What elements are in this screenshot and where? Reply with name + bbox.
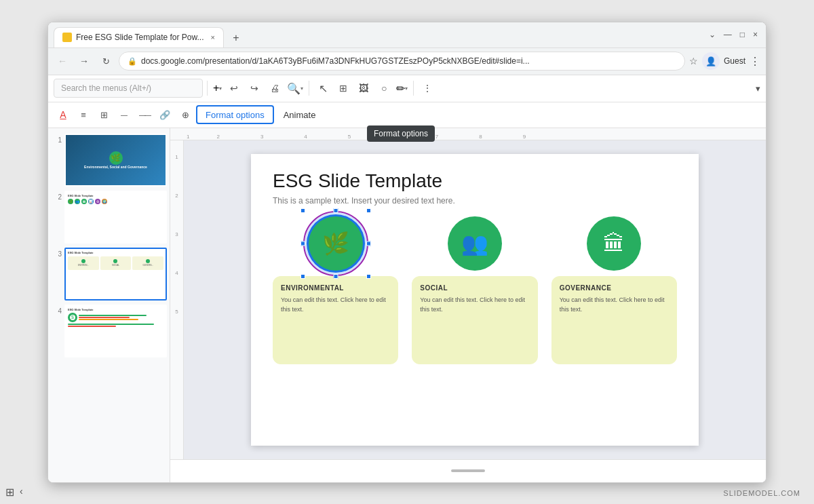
ruler-mark-v: 3 [175, 231, 178, 237]
environmental-card[interactable]: 🌿 ENVIRONMENTAL You can edit this text. … [273, 216, 398, 364]
resize-icon: ⊞ [339, 83, 347, 94]
link-button[interactable]: 🔗 [155, 105, 174, 124]
dash-long-button[interactable]: —— [135, 105, 154, 124]
minimize-button[interactable]: — [724, 30, 732, 39]
handle-ml[interactable] [301, 241, 305, 246]
resize-button[interactable]: ⊞ [334, 79, 353, 98]
active-tab[interactable]: Free ESG Slide Template for Pow... × [54, 27, 224, 47]
add-arrow-icon: ▾ [219, 85, 222, 92]
format-options-button[interactable]: Format options [196, 105, 274, 124]
insert-image-button[interactable]: 🖼 [354, 79, 373, 98]
governance-icon-circle[interactable]: 🏛 [587, 216, 641, 271]
ruler-mark: 4 [304, 134, 307, 140]
toolbar-separator-2 [309, 81, 309, 96]
url-bar[interactable]: 🔒 docs.google.com/presentation/d/1aKA6T3… [119, 52, 685, 71]
slide-thumb-4[interactable]: 4 ESG Slide Template $ [51, 305, 167, 357]
social-card[interactable]: 👥 SOCIAL You can edit this text. Click h… [412, 216, 537, 364]
social-card-text: You can edit this text. Click here to ed… [420, 296, 529, 314]
tab-favicon [62, 33, 72, 42]
slide-number-1: 1 [51, 136, 62, 144]
slide-preview-3[interactable]: ESG Slide Template ENVIRON... SOCIAL [64, 248, 167, 301]
slide-thumb-1[interactable]: 1 🌿 Environmental, Social and Governance [51, 134, 167, 187]
ruler-mark-v: 4 [175, 270, 178, 276]
social-icon: 👥 [461, 231, 488, 256]
link-icon: 🔗 [159, 110, 170, 120]
vertical-ruler-marks: 1 2 3 4 5 [170, 140, 183, 315]
search-menus-input[interactable]: Search the menus (Alt+/) [54, 79, 203, 98]
governance-icon: 🏛 [603, 231, 625, 256]
refresh-button[interactable]: ↻ [97, 52, 115, 70]
cursor-icon: ↖ [319, 82, 328, 95]
table-insert-button[interactable]: ⊞ [94, 105, 113, 124]
search-placeholder: Search the menus (Alt+/) [61, 83, 151, 93]
toolbar-extensions-btn[interactable]: ▾ [756, 83, 760, 94]
slide-thumb-3[interactable]: 3 ESG Slide Template ENVIRON... SOCIAL [51, 248, 167, 301]
zoom-arrow-icon: ▾ [301, 85, 303, 92]
browser-window: Free ESG Slide Template for Pow... × + ⌄… [47, 22, 767, 483]
zoom-icon: 🔍 [287, 82, 301, 95]
slide-panel: 1 🌿 Environmental, Social and Governance… [48, 128, 170, 482]
governance-card-title: GOVERNANCE [560, 284, 669, 292]
canvas-with-ruler: 1 2 3 4 5 ESG Slide Template This is a s… [170, 140, 766, 459]
insert-shape-button[interactable]: ○ [374, 79, 393, 98]
more-options-button[interactable]: ⋮ [418, 79, 437, 98]
governance-card[interactable]: 🏛 GOVERNANCE You can edit this text. Cli… [551, 216, 677, 364]
toolbar-separator [207, 81, 208, 96]
browser-menu-button[interactable]: ⋮ [750, 55, 760, 68]
tab-close-btn[interactable]: × [211, 33, 215, 41]
animate-label: Animate [284, 110, 316, 120]
slide-preview-1[interactable]: 🌿 Environmental, Social and Governance [64, 134, 167, 187]
main-slide[interactable]: ESG Slide Template This is a sample text… [251, 154, 699, 446]
text-color-button[interactable]: A [54, 105, 73, 124]
slide-number-3: 3 [51, 250, 62, 258]
zoom-button[interactable]: 🔍 ▾ [286, 79, 305, 98]
redo-button[interactable]: ↪ [245, 79, 264, 98]
slide-thumb-2[interactable]: 2 ESG Slide Template 🌿 👥 🏛 📊 ♻ 🌍 [51, 191, 167, 244]
new-tab-button[interactable]: + [227, 28, 246, 47]
url-text: docs.google.com/presentation/d/1aKA6T3yB… [141, 56, 676, 66]
environmental-card-text: You can edit this text. Click here to ed… [281, 296, 390, 314]
align-button[interactable]: ≡ [74, 105, 93, 124]
profile-button[interactable]: 👤 [702, 52, 720, 70]
dash-short-icon: — [121, 111, 128, 119]
print-button[interactable]: 🖨 [265, 79, 284, 98]
environmental-icon-circle[interactable]: 🌿 [309, 216, 363, 271]
ruler-mark: 9 [523, 134, 526, 140]
table-icon: ⊞ [100, 110, 108, 120]
slide-preview-2[interactable]: ESG Slide Template 🌿 👥 🏛 📊 ♻ 🌍 [64, 191, 167, 244]
cards-row: 🌿 ENVIRONMENTAL You can edit this text. … [251, 216, 699, 364]
ruler-mark: 6 [391, 134, 394, 140]
ruler-mark: 8 [479, 134, 482, 140]
main-content-area: 1 🌿 Environmental, Social and Governance… [48, 128, 766, 482]
environmental-card-body[interactable]: ENVIRONMENTAL You can edit this text. Cl… [273, 276, 398, 364]
chevron-down-icon[interactable]: ⌄ [709, 30, 716, 39]
maximize-button[interactable]: □ [740, 30, 745, 39]
insert-image-icon: 🖼 [359, 83, 368, 94]
slide-preview-4[interactable]: ESG Slide Template $ [64, 305, 167, 357]
animate-button[interactable]: Animate [275, 105, 324, 124]
ruler-mark-v: 1 [175, 154, 178, 160]
slide-number-4: 4 [51, 307, 62, 315]
tab-area: Free ESG Slide Template for Pow... × + [54, 22, 709, 47]
alt-link-icon: ⊕ [182, 110, 189, 120]
undo-button[interactable]: ↩ [225, 79, 244, 98]
watermark: SLIDEMODEL.COM [723, 489, 800, 497]
governance-card-body[interactable]: GOVERNANCE You can edit this text. Click… [551, 276, 677, 364]
bookmark-icon[interactable]: ☆ [689, 56, 698, 66]
tab-title: Free ESG Slide Template for Pow... [76, 33, 204, 42]
slide-canvas[interactable]: ESG Slide Template This is a sample text… [184, 140, 766, 459]
handle-mr[interactable] [366, 241, 371, 246]
ruler-mark: 7 [435, 134, 438, 140]
dash-short-button[interactable]: — [115, 105, 134, 124]
scroll-indicator[interactable] [451, 469, 485, 472]
social-icon-circle[interactable]: 👥 [448, 216, 502, 271]
close-button[interactable]: × [753, 30, 758, 39]
insert-shape-icon: ○ [381, 83, 387, 94]
drawing-button[interactable]: ✏ ▾ [395, 79, 409, 98]
social-card-body[interactable]: SOCIAL You can edit this text. Click her… [412, 276, 537, 364]
alt-link-button[interactable]: ⊕ [176, 105, 195, 124]
add-button[interactable]: + ▾ [212, 79, 223, 98]
back-button[interactable]: ← [54, 52, 71, 70]
forward-button[interactable]: → [75, 52, 93, 70]
cursor-button[interactable]: ↖ [313, 79, 332, 98]
